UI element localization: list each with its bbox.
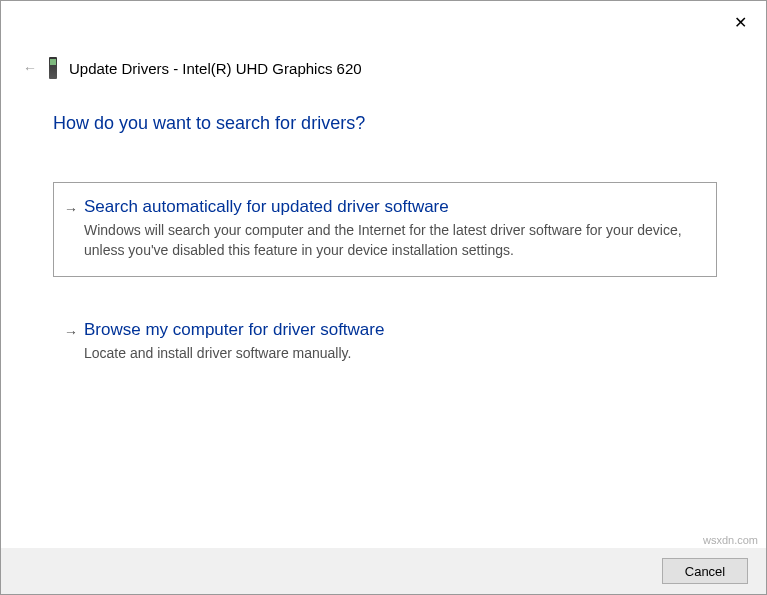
dialog-header: ← Update Drivers - Intel(R) UHD Graphics… <box>23 57 362 79</box>
back-arrow-icon[interactable]: ← <box>23 60 37 76</box>
device-icon <box>49 57 57 79</box>
close-button[interactable]: ✕ <box>728 11 752 35</box>
option-title: Search automatically for updated driver … <box>84 197 698 217</box>
dialog-footer: Cancel <box>1 548 766 594</box>
option-desc: Windows will search your computer and th… <box>84 221 698 260</box>
question-heading: How do you want to search for drivers? <box>53 113 365 134</box>
arrow-right-icon: → <box>64 324 78 340</box>
watermark-text: wsxdn.com <box>703 534 758 546</box>
arrow-right-icon: → <box>64 201 78 217</box>
cancel-button[interactable]: Cancel <box>662 558 748 584</box>
options-list: → Search automatically for updated drive… <box>53 182 717 409</box>
header-title: Update Drivers - Intel(R) UHD Graphics 6… <box>69 60 362 77</box>
option-title: Browse my computer for driver software <box>84 320 698 340</box>
option-search-automatically[interactable]: → Search automatically for updated drive… <box>53 182 717 277</box>
option-browse-computer[interactable]: → Browse my computer for driver software… <box>53 305 717 381</box>
close-icon: ✕ <box>734 14 747 31</box>
option-desc: Locate and install driver software manua… <box>84 344 698 364</box>
